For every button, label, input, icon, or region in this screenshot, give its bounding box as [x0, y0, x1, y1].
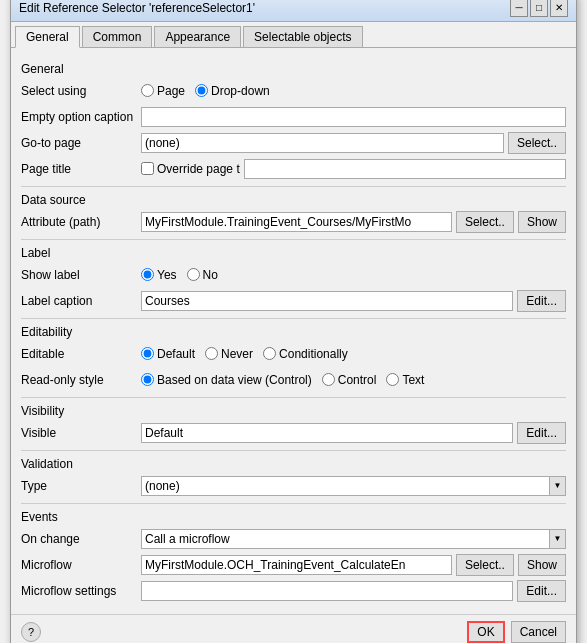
page-title-input[interactable]: [244, 159, 566, 179]
type-input[interactable]: [142, 477, 549, 495]
dialog-footer: ? OK Cancel: [11, 614, 576, 644]
separator-1: [21, 186, 566, 187]
show-label-yes-option[interactable]: Yes: [141, 268, 177, 282]
select-page-label: Page: [157, 84, 185, 98]
editable-label: Editable: [21, 347, 141, 361]
editable-radio-group: Default Never Conditionally: [141, 347, 348, 361]
readonly-based-label: Based on data view (Control): [157, 373, 312, 387]
attribute-control: Select.. Show: [141, 211, 566, 233]
window-title: Edit Reference Selector 'referenceSelect…: [19, 1, 255, 15]
readonly-text-option[interactable]: Text: [386, 373, 424, 387]
readonly-text-label: Text: [402, 373, 424, 387]
tab-common[interactable]: Common: [82, 26, 153, 47]
empty-option-input[interactable]: [141, 107, 566, 127]
page-title-row: Page title Override page t: [21, 158, 566, 180]
select-using-row: Select using Page Drop-down: [21, 80, 566, 102]
page-title-checkbox-label: Override page t: [157, 162, 240, 176]
tab-content: General Select using Page Drop-down: [11, 48, 576, 614]
on-change-control: ▼: [141, 529, 566, 549]
label-caption-label: Label caption: [21, 294, 141, 308]
select-dropdown-label: Drop-down: [211, 84, 270, 98]
type-combo[interactable]: ▼: [141, 476, 566, 496]
microflow-input[interactable]: [141, 555, 452, 575]
editable-never-radio[interactable]: [205, 347, 218, 360]
microflow-select-button[interactable]: Select..: [456, 554, 514, 576]
ok-button[interactable]: OK: [467, 621, 504, 643]
page-title-checkbox[interactable]: [141, 162, 154, 175]
type-control: ▼: [141, 476, 566, 496]
microflow-settings-input[interactable]: [141, 581, 513, 601]
readonly-based-radio[interactable]: [141, 373, 154, 386]
show-label-no-radio[interactable]: [187, 268, 200, 281]
readonly-control-option[interactable]: Control: [322, 373, 377, 387]
title-bar: Edit Reference Selector 'referenceSelect…: [11, 0, 576, 22]
go-to-page-input[interactable]: [141, 133, 504, 153]
empty-option-control: [141, 107, 566, 127]
editable-conditionally-radio[interactable]: [263, 347, 276, 360]
readonly-style-label: Read-only style: [21, 373, 141, 387]
separator-6: [21, 503, 566, 504]
label-caption-input[interactable]: [141, 291, 513, 311]
separator-2: [21, 239, 566, 240]
minimize-button[interactable]: ─: [510, 0, 528, 17]
editable-control: Default Never Conditionally: [141, 347, 566, 361]
separator-5: [21, 450, 566, 451]
show-label-row: Show label Yes No: [21, 264, 566, 286]
go-to-page-row: Go-to page Select..: [21, 132, 566, 154]
editable-default-radio[interactable]: [141, 347, 154, 360]
show-label-no-option[interactable]: No: [187, 268, 218, 282]
visible-input[interactable]: [141, 423, 513, 443]
on-change-input[interactable]: [142, 530, 549, 548]
attribute-input[interactable]: [141, 212, 452, 232]
tab-general[interactable]: General: [15, 26, 80, 48]
on-change-combo[interactable]: ▼: [141, 529, 566, 549]
type-dropdown-arrow[interactable]: ▼: [549, 477, 565, 495]
page-title-control: Override page t: [141, 159, 566, 179]
go-to-page-select-button[interactable]: Select..: [508, 132, 566, 154]
select-page-option[interactable]: Page: [141, 84, 185, 98]
microflow-row: Microflow Select.. Show: [21, 554, 566, 576]
dialog-window: Edit Reference Selector 'referenceSelect…: [10, 0, 577, 643]
readonly-text-radio[interactable]: [386, 373, 399, 386]
title-bar-buttons: ─ □ ✕: [510, 0, 568, 17]
microflow-control: Select.. Show: [141, 554, 566, 576]
section-general-title: General: [21, 62, 566, 76]
editable-default-option[interactable]: Default: [141, 347, 195, 361]
select-page-radio[interactable]: [141, 84, 154, 97]
editable-conditionally-option[interactable]: Conditionally: [263, 347, 348, 361]
visible-edit-button[interactable]: Edit...: [517, 422, 566, 444]
select-using-radio-group: Page Drop-down: [141, 84, 270, 98]
type-label: Type: [21, 479, 141, 493]
go-to-page-label: Go-to page: [21, 136, 141, 150]
attribute-select-button[interactable]: Select..: [456, 211, 514, 233]
page-title-checkbox-wrapper[interactable]: Override page t: [141, 162, 240, 176]
label-caption-edit-button[interactable]: Edit...: [517, 290, 566, 312]
readonly-style-control: Based on data view (Control) Control Tex…: [141, 373, 566, 387]
readonly-control-label: Control: [338, 373, 377, 387]
type-row: Type ▼: [21, 475, 566, 497]
tab-selectable-objects[interactable]: Selectable objects: [243, 26, 362, 47]
microflow-show-button[interactable]: Show: [518, 554, 566, 576]
editable-default-label: Default: [157, 347, 195, 361]
tab-appearance[interactable]: Appearance: [154, 26, 241, 47]
editable-never-option[interactable]: Never: [205, 347, 253, 361]
on-change-dropdown-arrow[interactable]: ▼: [549, 530, 565, 548]
microflow-settings-control: Edit...: [141, 580, 566, 602]
close-button[interactable]: ✕: [550, 0, 568, 17]
readonly-based-option[interactable]: Based on data view (Control): [141, 373, 312, 387]
help-button[interactable]: ?: [21, 622, 41, 642]
maximize-button[interactable]: □: [530, 0, 548, 17]
editable-conditionally-label: Conditionally: [279, 347, 348, 361]
attribute-show-button[interactable]: Show: [518, 211, 566, 233]
select-dropdown-option[interactable]: Drop-down: [195, 84, 270, 98]
section-label-title: Label: [21, 246, 566, 260]
microflow-settings-edit-button[interactable]: Edit...: [517, 580, 566, 602]
readonly-style-row: Read-only style Based on data view (Cont…: [21, 369, 566, 391]
readonly-control-radio[interactable]: [322, 373, 335, 386]
select-dropdown-radio[interactable]: [195, 84, 208, 97]
show-label-yes-radio[interactable]: [141, 268, 154, 281]
select-using-control: Page Drop-down: [141, 84, 566, 98]
editable-never-label: Never: [221, 347, 253, 361]
label-caption-control: Edit...: [141, 290, 566, 312]
cancel-button[interactable]: Cancel: [511, 621, 566, 643]
